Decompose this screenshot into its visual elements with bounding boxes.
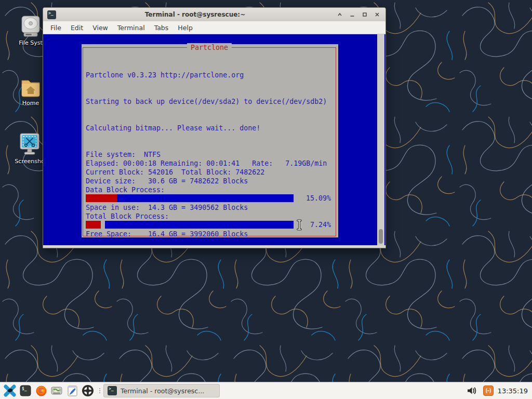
tasklist-handle <box>98 385 102 396</box>
screenshot-icon <box>18 131 42 156</box>
svg-text:$_: $_ <box>22 387 27 391</box>
partclone-line: Space in use: 14.3 GB = 3490562 Blocks <box>86 203 327 212</box>
close-icon <box>374 11 380 18</box>
gparted-launcher[interactable] <box>49 383 64 398</box>
menu-help[interactable]: Help <box>173 22 197 33</box>
progress-fill <box>86 221 101 229</box>
firefox-icon <box>35 385 47 397</box>
partclone-box-title: Partclone <box>187 43 232 52</box>
desktop-icon-screenshot[interactable]: Screensho <box>12 131 47 165</box>
firefox-launcher[interactable] <box>34 383 48 398</box>
terminal-task-icon: >_ <box>108 386 117 395</box>
window-titlebar[interactable]: >_ Terminal - root@sysrescue:~ <box>43 8 385 21</box>
hard-drive-icon <box>20 13 42 38</box>
progress-gap <box>101 221 105 229</box>
menu-edit[interactable]: Edit <box>66 22 88 33</box>
desktop-icon-label: File Syst <box>19 39 42 46</box>
home-folder-icon <box>20 76 42 98</box>
desktop-icon-label: Screensho <box>15 158 44 165</box>
taskbar: $_ <box>0 382 532 399</box>
network-arrows-icon <box>485 388 492 394</box>
total-block-progress-bar <box>86 221 294 229</box>
text-cursor-pointer <box>296 219 302 233</box>
partclone-line: Starting to back up device(/dev/sda2) to… <box>86 97 327 106</box>
terminal-scrollbar[interactable] <box>377 34 384 245</box>
speaker-icon <box>466 384 478 397</box>
volume-control[interactable] <box>464 383 479 398</box>
text-editor-launcher[interactable] <box>65 383 79 398</box>
maximize-button[interactable] <box>359 10 370 19</box>
clock[interactable]: 13:35:19 <box>498 387 528 395</box>
terminal-app-icon: >_ <box>47 10 56 19</box>
applications-menu-button[interactable] <box>3 383 17 398</box>
partclone-line: Free Space: 16.4 GB = 3992060 Blocks <box>86 230 327 238</box>
partclone-line: Device size: 30.6 GB = 7482622 Blocks <box>86 177 327 185</box>
window-title: Terminal - root@sysrescue:~ <box>56 11 334 18</box>
wheel-app-launcher[interactable] <box>81 383 95 398</box>
progress-track <box>117 194 294 202</box>
menu-view[interactable]: View <box>88 22 113 33</box>
partclone-line: File system: NTFS <box>86 150 327 159</box>
total-block-label: Total Block Process: <box>86 212 169 221</box>
scrollbar-thumb[interactable] <box>379 229 383 244</box>
partclone-dialog: Partclone Partclone v0.3.23 http://partc… <box>82 44 338 237</box>
shade-button[interactable] <box>334 10 345 19</box>
window-bottom-edge <box>43 245 385 248</box>
menu-tabs[interactable]: Tabs <box>150 22 174 33</box>
terminal-icon: $_ <box>20 385 31 396</box>
network-indicator[interactable] <box>483 385 494 396</box>
menubar: File Edit View Terminal Tabs Help <box>43 21 385 34</box>
minimize-button[interactable] <box>347 10 357 19</box>
taskbar-window-button[interactable]: >_ Terminal - root@sysresc... <box>103 384 220 397</box>
total-block-percent: 7.24% <box>310 221 331 229</box>
status-line-blocks: Current Block: 542016 Total Block: 74826… <box>86 168 264 177</box>
terminal-screen[interactable]: Partclone Partclone v0.3.23 http://partc… <box>43 34 385 245</box>
taskbar-window-label: Terminal - root@sysresc... <box>121 387 204 395</box>
status-line-elapsed: Elapsed: 00:00:18 Remaining: 00:01:41 Ra… <box>86 159 327 168</box>
text-editor-icon <box>66 385 78 397</box>
terminal-window: >_ Terminal - root@sysrescue:~ File Edit… <box>43 7 386 248</box>
desktop-icon-label: Home <box>22 100 39 107</box>
menu-file[interactable]: File <box>46 22 66 33</box>
reel-wheel-icon <box>82 384 94 397</box>
data-block-progress-bar <box>86 194 294 202</box>
partclone-line: Calculating bitmap... Please wait... don… <box>86 124 327 132</box>
data-block-label: Data Block Process: <box>86 185 165 194</box>
minimize-icon <box>349 11 355 18</box>
shade-icon <box>337 11 343 18</box>
data-block-percent: 15.09% <box>306 194 331 202</box>
terminal-launcher[interactable]: $_ <box>18 383 33 398</box>
menu-terminal[interactable]: Terminal <box>113 22 150 33</box>
partclone-line: Partclone v0.3.23 http://partclone.org <box>86 71 327 79</box>
disk-partition-icon <box>50 384 63 397</box>
progress-track <box>105 221 294 229</box>
progress-fill <box>86 194 117 202</box>
maximize-icon <box>362 11 368 18</box>
xfce-menu-icon <box>3 384 17 397</box>
close-button[interactable] <box>371 10 382 19</box>
